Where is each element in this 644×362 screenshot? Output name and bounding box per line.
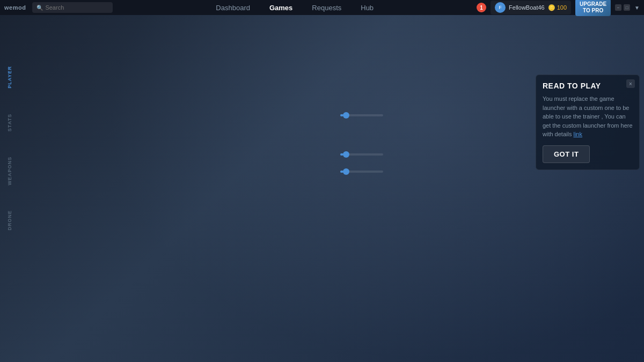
topbar: wemod 🔍 Dashboard Games Requests Hub 1 F… <box>0 0 644 15</box>
notes-text-content: You must replace the game launcher with … <box>543 95 633 137</box>
slider-thumb-set-battle-reward-points[interactable] <box>343 168 349 175</box>
topbar-right: 1 F FellowBoat46 🪙 100 UPGRADETO PRO − □… <box>477 0 640 16</box>
upgrade-button[interactable]: UPGRADETO PRO <box>575 0 611 16</box>
window-controls: − □ <box>615 4 630 11</box>
minimize-button[interactable]: − <box>615 4 621 11</box>
sidebar-label-player: PLAYER <box>7 66 12 88</box>
user-area: F FellowBoat46 🪙 100 <box>491 1 571 14</box>
search-input[interactable] <box>45 3 108 12</box>
nav-hub[interactable]: Hub <box>352 1 382 15</box>
search-icon: 🔍 <box>36 5 43 11</box>
nav-requests[interactable]: Requests <box>303 1 350 15</box>
nav-games[interactable]: Games <box>261 1 301 15</box>
maximize-button[interactable]: □ <box>624 4 630 11</box>
sidebar-label-stats: STATS <box>7 114 12 131</box>
avatar: F <box>495 2 506 13</box>
notes-title: READ TO PLAY <box>543 82 633 90</box>
topbar-left: wemod 🔍 <box>4 2 113 13</box>
main-layout: PLAYER STATS WEAPONS DRONE <box>0 15 644 362</box>
notes-link[interactable]: link <box>573 131 582 137</box>
sidebar-label-weapons: WEAPONS <box>7 157 12 186</box>
coin-icon: 🪙 <box>548 4 555 11</box>
slider-thumb-set-skill-points[interactable] <box>343 151 349 158</box>
search-bar[interactable]: 🔍 <box>32 2 113 13</box>
slider-track-set-battle-reward-points[interactable] <box>340 171 383 173</box>
background-blur <box>107 15 644 362</box>
sidebar-label-drone: DRONE <box>7 210 12 231</box>
notification-badge[interactable]: 1 <box>477 3 486 12</box>
username: FellowBoat46 <box>509 4 545 11</box>
slider-track-set-skill-points[interactable] <box>340 153 383 156</box>
coin-amount: 100 <box>557 4 567 11</box>
notes-text: You must replace the game launcher with … <box>543 94 633 139</box>
coins-display: 🪙 100 <box>548 4 567 11</box>
slider-thumb-set-money[interactable] <box>343 112 349 119</box>
nav-dashboard[interactable]: Dashboard <box>207 1 259 15</box>
got-it-button[interactable]: GOT IT <box>543 145 590 163</box>
notes-close-button[interactable]: × <box>626 79 635 88</box>
chevron-down-icon[interactable]: ▼ <box>634 5 640 11</box>
notes-card: × READ TO PLAY You must replace the game… <box>536 75 640 170</box>
app-title: wemod <box>4 4 26 11</box>
slider-track-set-money[interactable] <box>340 114 383 116</box>
top-nav: Dashboard Games Requests Hub <box>113 1 477 15</box>
